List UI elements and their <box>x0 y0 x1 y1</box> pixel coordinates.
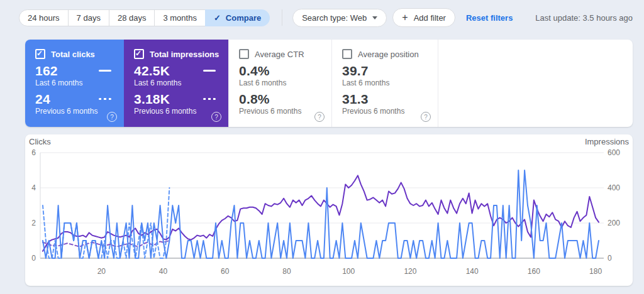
svg-text:80: 80 <box>282 267 291 276</box>
svg-text:120: 120 <box>404 267 416 276</box>
performance-chart-card: 0246020040060020406080100120140160180Cli… <box>25 134 633 286</box>
checkbox-checked-icon[interactable] <box>134 49 144 59</box>
metric-current-value: 39.7 <box>342 63 369 78</box>
svg-text:100: 100 <box>342 267 355 276</box>
svg-text:4: 4 <box>31 183 36 192</box>
svg-text:140: 140 <box>466 267 479 276</box>
compare-label: Compare <box>226 13 261 23</box>
svg-text:60: 60 <box>221 267 230 276</box>
help-icon[interactable] <box>211 112 221 122</box>
chevron-down-icon <box>372 16 377 19</box>
date-range-7-days[interactable]: 7 days <box>68 9 109 26</box>
metric-card-average-position[interactable]: Average position 39.7 Last 6 months 31.3… <box>331 40 438 127</box>
help-icon[interactable] <box>421 112 431 122</box>
date-range-24-hours[interactable]: 24 hours <box>19 9 69 26</box>
reset-filters-link[interactable]: Reset filters <box>466 13 513 23</box>
metric-previous-value: 31.3 <box>342 92 369 106</box>
toolbar-divider <box>282 9 282 26</box>
metric-previous-caption: Previous 6 months <box>134 107 221 116</box>
solid-line-icon <box>99 70 111 72</box>
svg-text:200: 200 <box>608 219 620 227</box>
svg-text:160: 160 <box>528 267 540 276</box>
help-icon[interactable] <box>314 112 325 122</box>
svg-text:Clicks: Clicks <box>29 137 51 146</box>
metric-previous-value: 3.18K <box>134 92 170 106</box>
metric-current-caption: Last 6 months <box>35 79 116 87</box>
metric-label: Average CTR <box>255 50 304 59</box>
svg-text:0: 0 <box>31 254 36 263</box>
metric-current-value: 162 <box>35 63 58 78</box>
svg-text:20: 20 <box>97 267 106 276</box>
metric-card-total-impressions[interactable]: Total impressions 42.5K Last 6 months 3.… <box>124 40 228 127</box>
metric-previous-caption: Previous 6 months <box>239 107 324 116</box>
metric-current-value: 42.5K <box>134 63 170 78</box>
checkmark-icon: ✓ <box>214 14 221 22</box>
search-type-dropdown[interactable]: Search type: Web <box>292 9 387 27</box>
metric-card-total-clicks[interactable]: Total clicks 162 Last 6 months 24 Previo… <box>25 40 124 127</box>
metric-current-value: 0.4% <box>239 63 270 78</box>
help-icon[interactable] <box>107 112 117 122</box>
date-range-group: 24 hours 7 days 28 days 3 months ✓ Compa… <box>19 9 270 26</box>
filter-toolbar: 24 hours 7 days 28 days 3 months ✓ Compa… <box>0 0 644 27</box>
metric-previous-value: 0.8% <box>239 92 270 106</box>
metrics-banner: Total clicks 162 Last 6 months 24 Previo… <box>25 40 633 127</box>
metric-label: Total clicks <box>51 50 95 59</box>
metric-card-average-ctr[interactable]: Average CTR 0.4% Last 6 months 0.8% Prev… <box>228 40 331 127</box>
svg-text:2: 2 <box>31 219 36 227</box>
date-range-28-days[interactable]: 28 days <box>109 9 155 26</box>
svg-text:0: 0 <box>608 254 612 263</box>
metric-label: Average position <box>358 50 419 59</box>
metric-previous-caption: Previous 6 months <box>35 107 116 116</box>
last-update-text: Last update: 3.5 hours ago <box>535 13 633 23</box>
svg-text:6: 6 <box>31 148 36 157</box>
dashed-line-icon <box>203 98 216 100</box>
metric-label: Total impressions <box>150 50 219 59</box>
checkbox-checked-icon[interactable] <box>35 49 45 59</box>
performance-chart[interactable]: 0246020040060020406080100120140160180Cli… <box>25 134 633 286</box>
svg-text:40: 40 <box>159 267 168 276</box>
date-range-compare-selected[interactable]: ✓ Compare <box>205 9 270 26</box>
add-filter-label: Add filter <box>414 13 446 23</box>
search-type-label: Search type: Web <box>302 13 367 23</box>
metric-previous-value: 24 <box>35 92 50 106</box>
checkbox-unchecked-icon[interactable] <box>342 49 352 59</box>
solid-line-icon <box>203 70 216 72</box>
add-filter-button[interactable]: + Add filter <box>392 8 455 27</box>
metric-previous-caption: Previous 6 months <box>342 107 430 116</box>
svg-text:180: 180 <box>589 267 602 276</box>
svg-text:Impressions: Impressions <box>585 137 630 146</box>
svg-text:600: 600 <box>608 148 620 157</box>
metric-current-caption: Last 6 months <box>239 79 324 87</box>
date-range-3-months[interactable]: 3 months <box>154 9 205 26</box>
dashed-line-icon <box>99 98 111 100</box>
metric-current-caption: Last 6 months <box>134 79 221 87</box>
metric-current-caption: Last 6 months <box>342 79 430 87</box>
checkbox-unchecked-icon[interactable] <box>239 49 249 59</box>
svg-text:400: 400 <box>608 183 620 192</box>
plus-icon: + <box>402 13 408 23</box>
